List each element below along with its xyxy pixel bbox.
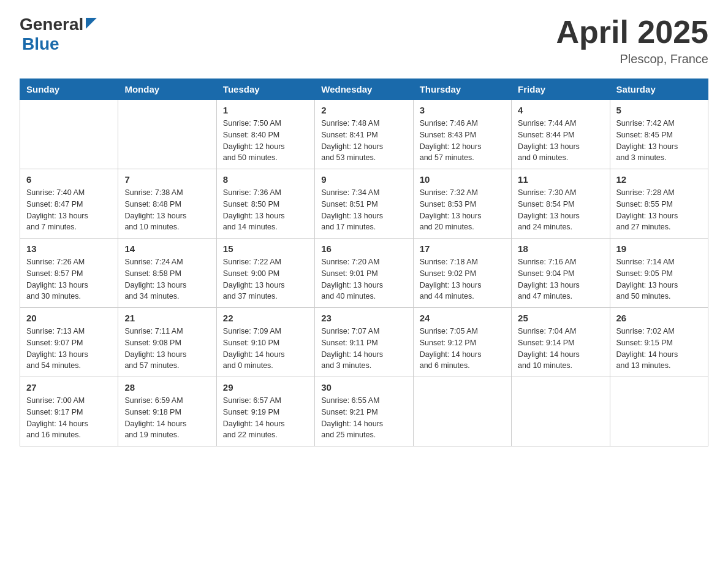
day-info: Sunrise: 7:18 AMSunset: 9:02 PMDaylight:…: [420, 256, 505, 302]
day-info: Sunrise: 7:38 AMSunset: 8:48 PMDaylight:…: [124, 187, 210, 233]
day-info: Sunrise: 7:20 AMSunset: 9:01 PMDaylight:…: [321, 256, 406, 302]
calendar-day-header: Friday: [512, 79, 610, 100]
calendar-cell: 13Sunrise: 7:26 AMSunset: 8:57 PMDayligh…: [20, 239, 118, 308]
calendar-table: SundayMondayTuesdayWednesdayThursdayFrid…: [20, 79, 708, 446]
calendar-cell: 11Sunrise: 7:30 AMSunset: 8:54 PMDayligh…: [512, 169, 610, 239]
logo-triangle-icon: [86, 18, 97, 31]
day-info: Sunrise: 7:00 AMSunset: 9:17 PMDaylight:…: [26, 395, 112, 441]
logo-general-text: General: [20, 15, 83, 34]
day-number: 14: [124, 243, 210, 254]
calendar-cell: [20, 100, 118, 169]
day-number: 7: [124, 174, 210, 185]
day-info: Sunrise: 7:07 AMSunset: 9:11 PMDaylight:…: [321, 326, 406, 372]
day-number: 5: [616, 105, 702, 115]
day-info: Sunrise: 7:24 AMSunset: 8:58 PMDaylight:…: [124, 256, 210, 302]
calendar-cell: 5Sunrise: 7:42 AMSunset: 8:45 PMDaylight…: [610, 100, 708, 169]
day-info: Sunrise: 7:40 AMSunset: 8:47 PMDaylight:…: [26, 187, 112, 233]
page-header: General Blue April 2025 Plescop, France: [20, 15, 708, 66]
calendar-cell: 24Sunrise: 7:05 AMSunset: 9:12 PMDayligh…: [413, 308, 511, 377]
day-number: 28: [124, 382, 210, 393]
day-number: 13: [26, 243, 112, 254]
day-info: Sunrise: 7:32 AMSunset: 8:53 PMDaylight:…: [420, 187, 505, 233]
title-section: April 2025 Plescop, France: [556, 15, 708, 66]
day-info: Sunrise: 7:48 AMSunset: 8:41 PMDaylight:…: [321, 118, 406, 164]
day-number: 12: [616, 174, 702, 185]
day-info: Sunrise: 7:44 AMSunset: 8:44 PMDaylight:…: [518, 118, 603, 164]
logo-blue-text: Blue: [22, 34, 59, 54]
calendar-cell: [413, 377, 511, 446]
calendar-cell: 25Sunrise: 7:04 AMSunset: 9:14 PMDayligh…: [512, 308, 610, 377]
calendar-cell: 30Sunrise: 6:55 AMSunset: 9:21 PMDayligh…: [315, 377, 413, 446]
calendar-cell: 10Sunrise: 7:32 AMSunset: 8:53 PMDayligh…: [413, 169, 511, 239]
calendar-cell: 3Sunrise: 7:46 AMSunset: 8:43 PMDaylight…: [413, 100, 511, 169]
calendar-header-row: SundayMondayTuesdayWednesdayThursdayFrid…: [20, 79, 708, 100]
day-number: 10: [420, 174, 505, 185]
calendar-week-row: 1Sunrise: 7:50 AMSunset: 8:40 PMDaylight…: [20, 100, 708, 169]
logo: General Blue: [20, 15, 97, 54]
calendar-day-header: Tuesday: [216, 79, 314, 100]
calendar-week-row: 20Sunrise: 7:13 AMSunset: 9:07 PMDayligh…: [20, 308, 708, 377]
calendar-day-header: Monday: [118, 79, 216, 100]
day-info: Sunrise: 7:14 AMSunset: 9:05 PMDaylight:…: [616, 256, 702, 302]
logo-line1: General: [20, 15, 97, 34]
calendar-cell: 26Sunrise: 7:02 AMSunset: 9:15 PMDayligh…: [610, 308, 708, 377]
day-number: 11: [518, 174, 603, 185]
calendar-cell: 20Sunrise: 7:13 AMSunset: 9:07 PMDayligh…: [20, 308, 118, 377]
day-number: 3: [420, 105, 505, 115]
day-info: Sunrise: 7:22 AMSunset: 9:00 PMDaylight:…: [223, 256, 308, 302]
day-number: 25: [518, 313, 603, 323]
page-subtitle: Plescop, France: [556, 52, 708, 66]
calendar-cell: 23Sunrise: 7:07 AMSunset: 9:11 PMDayligh…: [315, 308, 413, 377]
calendar-cell: [118, 100, 216, 169]
day-number: 22: [223, 313, 308, 323]
page-title: April 2025: [556, 15, 708, 50]
day-info: Sunrise: 7:36 AMSunset: 8:50 PMDaylight:…: [223, 187, 308, 233]
day-info: Sunrise: 7:13 AMSunset: 9:07 PMDaylight:…: [26, 326, 112, 372]
day-number: 27: [26, 382, 112, 393]
day-info: Sunrise: 7:11 AMSunset: 9:08 PMDaylight:…: [124, 326, 210, 372]
day-info: Sunrise: 7:30 AMSunset: 8:54 PMDaylight:…: [518, 187, 603, 233]
calendar-cell: 2Sunrise: 7:48 AMSunset: 8:41 PMDaylight…: [315, 100, 413, 169]
day-number: 1: [223, 105, 308, 115]
calendar-cell: 19Sunrise: 7:14 AMSunset: 9:05 PMDayligh…: [610, 239, 708, 308]
calendar-cell: 12Sunrise: 7:28 AMSunset: 8:55 PMDayligh…: [610, 169, 708, 239]
calendar-cell: 15Sunrise: 7:22 AMSunset: 9:00 PMDayligh…: [216, 239, 314, 308]
day-number: 9: [321, 174, 406, 185]
calendar-day-header: Thursday: [413, 79, 511, 100]
svg-marker-0: [86, 18, 97, 29]
day-number: 15: [223, 243, 308, 254]
day-info: Sunrise: 7:42 AMSunset: 8:45 PMDaylight:…: [616, 118, 702, 164]
calendar-cell: 6Sunrise: 7:40 AMSunset: 8:47 PMDaylight…: [20, 169, 118, 239]
calendar-cell: 4Sunrise: 7:44 AMSunset: 8:44 PMDaylight…: [512, 100, 610, 169]
calendar-cell: 21Sunrise: 7:11 AMSunset: 9:08 PMDayligh…: [118, 308, 216, 377]
calendar-day-header: Sunday: [20, 79, 118, 100]
day-info: Sunrise: 7:05 AMSunset: 9:12 PMDaylight:…: [420, 326, 505, 372]
calendar-cell: 16Sunrise: 7:20 AMSunset: 9:01 PMDayligh…: [315, 239, 413, 308]
calendar-cell: [610, 377, 708, 446]
calendar-cell: 22Sunrise: 7:09 AMSunset: 9:10 PMDayligh…: [216, 308, 314, 377]
day-number: 4: [518, 105, 603, 115]
day-info: Sunrise: 7:50 AMSunset: 8:40 PMDaylight:…: [223, 118, 308, 164]
calendar-cell: 14Sunrise: 7:24 AMSunset: 8:58 PMDayligh…: [118, 239, 216, 308]
calendar-cell: 9Sunrise: 7:34 AMSunset: 8:51 PMDaylight…: [315, 169, 413, 239]
day-info: Sunrise: 7:09 AMSunset: 9:10 PMDaylight:…: [223, 326, 308, 372]
calendar-cell: 1Sunrise: 7:50 AMSunset: 8:40 PMDaylight…: [216, 100, 314, 169]
day-number: 19: [616, 243, 702, 254]
day-number: 6: [26, 174, 112, 185]
day-info: Sunrise: 7:34 AMSunset: 8:51 PMDaylight:…: [321, 187, 406, 233]
day-number: 16: [321, 243, 406, 254]
day-number: 30: [321, 382, 406, 393]
calendar-cell: 17Sunrise: 7:18 AMSunset: 9:02 PMDayligh…: [413, 239, 511, 308]
day-number: 20: [26, 313, 112, 323]
calendar-cell: 28Sunrise: 6:59 AMSunset: 9:18 PMDayligh…: [118, 377, 216, 446]
day-info: Sunrise: 6:59 AMSunset: 9:18 PMDaylight:…: [124, 395, 210, 441]
day-number: 26: [616, 313, 702, 323]
calendar-cell: 8Sunrise: 7:36 AMSunset: 8:50 PMDaylight…: [216, 169, 314, 239]
day-info: Sunrise: 6:55 AMSunset: 9:21 PMDaylight:…: [321, 395, 406, 441]
calendar-cell: 29Sunrise: 6:57 AMSunset: 9:19 PMDayligh…: [216, 377, 314, 446]
calendar-day-header: Wednesday: [315, 79, 413, 100]
day-info: Sunrise: 7:26 AMSunset: 8:57 PMDaylight:…: [26, 256, 112, 302]
day-number: 18: [518, 243, 603, 254]
calendar-day-header: Saturday: [610, 79, 708, 100]
day-number: 23: [321, 313, 406, 323]
